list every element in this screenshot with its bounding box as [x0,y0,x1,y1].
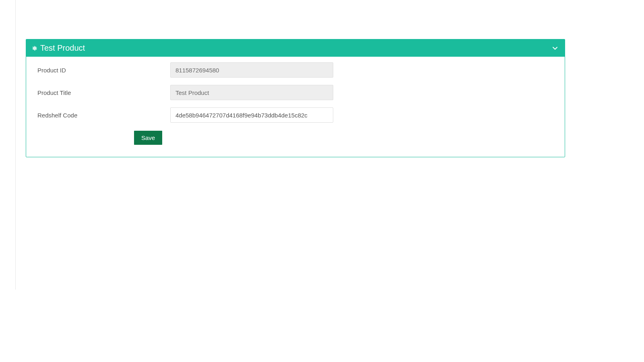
panel-title: Test Product [40,43,85,53]
chevron-down-icon[interactable] [551,44,559,52]
redshelf-code-field[interactable] [170,107,333,123]
form-row-product-id: Product ID [37,62,553,78]
form-row-redshelf-code: Redshelf Code [37,107,553,123]
form-row-product-title: Product Title [37,85,553,100]
product-id-label: Product ID [37,67,170,74]
svg-rect-3 [32,48,33,48]
panel-body: Product ID Product Title Redshelf Code S… [26,57,565,157]
svg-rect-1 [34,46,35,47]
gears-icon [31,45,38,51]
panel-header[interactable]: Test Product [26,39,565,57]
product-title-field [170,85,333,100]
content-area: Test Product Product ID Product Title [15,0,644,290]
page-container: Test Product Product ID Product Title [0,0,644,290]
panel-header-left: Test Product [31,43,85,53]
svg-rect-4 [36,48,37,48]
save-button[interactable]: Save [134,131,162,145]
button-row: Save [37,131,553,145]
svg-rect-5 [33,46,33,47]
product-title-label: Product Title [37,89,170,96]
redshelf-code-label: Redshelf Code [37,112,170,119]
svg-rect-2 [34,49,35,50]
product-panel: Test Product Product ID Product Title [26,39,565,157]
product-id-field [170,62,333,78]
